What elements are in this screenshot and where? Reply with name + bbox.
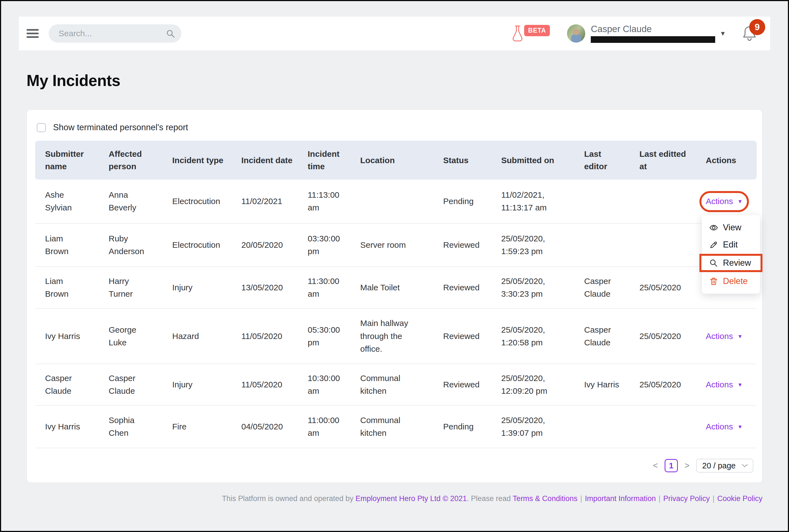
- footer-link-important[interactable]: Important Information: [585, 494, 656, 503]
- cell-submitted_on: 11/02/2021, 11:13:17 am: [491, 179, 574, 224]
- column-header: Actions: [696, 141, 757, 179]
- cell-time: 11:00:00 am: [298, 406, 350, 448]
- footer-separator: |: [710, 494, 717, 503]
- top-bar-right: BETA Casper Claude ▼ 9: [512, 24, 759, 43]
- avatar[interactable]: [567, 24, 585, 43]
- cell-time: 11:30:00 am: [298, 267, 350, 309]
- cell-last_editor: Ivy Harris: [574, 364, 630, 406]
- row-actions-button[interactable]: Actions▼: [706, 378, 743, 391]
- search-input[interactable]: [49, 24, 181, 43]
- trash-icon: [709, 277, 718, 286]
- cell-date: 11/05/2020: [231, 364, 298, 406]
- cell-location: Communal kitchen: [350, 406, 433, 448]
- cell-date: 04/05/2020: [231, 406, 298, 448]
- menu-item-label: Edit: [723, 240, 737, 250]
- row-actions-button[interactable]: Actions▼: [706, 420, 743, 433]
- pagination: < 1 > 20 / page: [35, 448, 754, 475]
- cell-actions: Actions▼: [696, 406, 757, 448]
- cell-last_edited: [630, 179, 696, 224]
- cell-last_edited: [630, 406, 696, 448]
- cell-type: Hazard: [162, 309, 231, 364]
- cell-time: 05:30:00 pm: [298, 309, 350, 364]
- cell-affected: Ruby Anderson: [99, 224, 162, 267]
- row-actions-button[interactable]: Actions▼: [706, 330, 743, 343]
- cell-last_edited: 25/05/2020: [630, 364, 696, 406]
- cell-submitter: Casper Claude: [35, 364, 99, 406]
- footer-link-terms[interactable]: Terms & Conditions: [513, 494, 578, 503]
- cell-location: Communal kitchen: [350, 364, 433, 406]
- next-page-button[interactable]: >: [684, 461, 691, 471]
- cell-status: Reviewed: [433, 267, 491, 309]
- table-body: Ashe SylvianAnna BeverlyElectrocution11/…: [35, 179, 757, 448]
- user-menu-caret-icon[interactable]: ▼: [719, 30, 726, 37]
- user-menu[interactable]: Casper Claude: [591, 24, 716, 43]
- cell-time: 10:30:00 am: [298, 364, 350, 406]
- menu-item-edit[interactable]: Edit: [702, 236, 760, 253]
- footer-link-privacy[interactable]: Privacy Policy: [663, 494, 710, 503]
- menu-item-label: Delete: [723, 276, 748, 286]
- cell-affected: Harry Turner: [99, 267, 162, 309]
- cell-date: 13/05/2020: [231, 267, 298, 309]
- cell-type: Injury: [162, 267, 231, 309]
- actions-caret-icon: ▼: [737, 197, 743, 206]
- menu-item-delete[interactable]: Delete: [702, 273, 760, 290]
- cell-date: 11/05/2020: [231, 309, 298, 364]
- row-actions-button[interactable]: Actions▼: [699, 191, 749, 212]
- cell-affected: Sophia Chen: [99, 406, 162, 448]
- notifications-button[interactable]: 9: [742, 25, 757, 42]
- menu-item-view[interactable]: View: [702, 219, 760, 236]
- table-row: Casper ClaudeCasper ClaudeInjury11/05/20…: [35, 364, 757, 406]
- table-header-row: Submitter nameAffected personIncident ty…: [35, 141, 757, 179]
- search-wrap: [49, 24, 181, 43]
- incidents-table: Submitter nameAffected personIncident ty…: [35, 141, 757, 448]
- menu-item-label: Review: [723, 258, 751, 268]
- cell-location: Male Toilet: [350, 267, 433, 309]
- footer-owner-link[interactable]: Employment Hero Pty Ltd © 2021: [355, 494, 467, 503]
- footer-text: This Platform is owned and operated by: [222, 494, 355, 503]
- cell-last_editor: Casper Claude: [574, 309, 630, 364]
- page-title: My Incidents: [26, 71, 763, 90]
- page-size-value: 20 / page: [702, 461, 736, 470]
- menu-item-review[interactable]: Review: [699, 254, 763, 272]
- show-terminated-checkbox[interactable]: [37, 123, 46, 132]
- column-header: Incident date: [231, 141, 298, 179]
- cell-status: Pending: [433, 406, 491, 448]
- cell-last_edited: 25/05/2020: [630, 267, 696, 309]
- cell-submitted_on: 25/05/2020, 12:09:20 pm: [491, 364, 574, 406]
- actions-caret-icon: ▼: [737, 332, 743, 340]
- cell-actions: Actions▼: [696, 364, 757, 406]
- cell-last_editor: [574, 179, 630, 224]
- column-header: Incident type: [162, 141, 231, 179]
- footer-link-cookie[interactable]: Cookie Policy: [717, 494, 763, 503]
- cell-submitted_on: 25/05/2020, 1:39:07 pm: [491, 406, 574, 448]
- cell-last_editor: Casper Claude: [574, 267, 630, 309]
- cell-type: Injury: [162, 364, 231, 406]
- table-row: Ashe SylvianAnna BeverlyElectrocution11/…: [35, 179, 757, 224]
- beta-badge: BETA: [524, 25, 550, 36]
- cell-submitted_on: 25/05/2020, 3:30:23 pm: [491, 267, 574, 309]
- footer-separator: |: [656, 494, 663, 503]
- beta-group: BETA: [512, 24, 550, 43]
- cell-submitter: Ashe Sylvian: [35, 179, 99, 224]
- cell-last_editor: [574, 224, 630, 267]
- cell-last_edited: [630, 224, 696, 267]
- prev-page-button[interactable]: <: [652, 461, 659, 471]
- app-window: BETA Casper Claude ▼ 9 My Incidents: [0, 0, 789, 532]
- hamburger-menu-icon[interactable]: [26, 29, 39, 38]
- user-name: Casper Claude: [591, 24, 716, 34]
- cell-affected: Casper Claude: [99, 364, 162, 406]
- current-page-button[interactable]: 1: [665, 459, 678, 472]
- cell-last_editor: [574, 406, 630, 448]
- incidents-card: Show terminated personnel's report Submi…: [26, 110, 763, 483]
- cell-actions: Actions▼: [696, 309, 757, 364]
- cell-location: Server room: [350, 224, 433, 267]
- cell-status: Reviewed: [433, 364, 491, 406]
- magnifier-icon: [709, 259, 718, 268]
- cell-time: 11:13:00 am: [298, 179, 350, 224]
- page-size-select[interactable]: 20 / page: [696, 459, 753, 473]
- top-bar: BETA Casper Claude ▼ 9: [19, 17, 770, 50]
- cell-submitter: Ivy Harris: [35, 406, 99, 448]
- footer: This Platform is owned and operated by E…: [26, 494, 763, 503]
- cell-affected: Anna Beverly: [99, 179, 162, 224]
- table-row: Liam BrownRuby AndersonElectrocution20/0…: [35, 224, 757, 267]
